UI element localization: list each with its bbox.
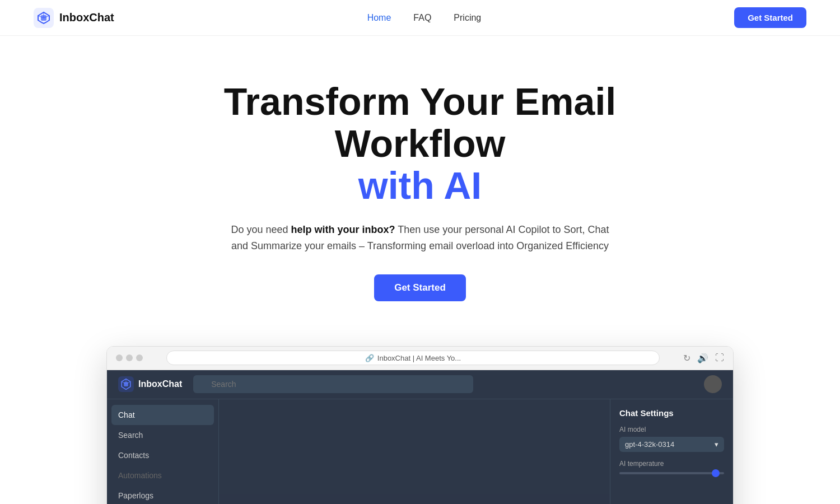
- hero-title: Transform Your Email Workflow with AI: [168, 81, 672, 206]
- hero-get-started-button[interactable]: Get Started: [374, 274, 466, 301]
- how-section-overlay: How InboxChat works? View Demo: [219, 494, 610, 504]
- nav-home[interactable]: Home: [367, 13, 391, 23]
- app-main: How InboxChat works? View Demo: [219, 399, 610, 504]
- audio-icon: 🔊: [697, 353, 708, 363]
- ai-temp-slider-wrap: [619, 472, 724, 474]
- settings-title: Chat Settings: [619, 408, 724, 418]
- sidebar-item-automations: Automations: [107, 465, 218, 486]
- nav-faq[interactable]: FAQ: [413, 13, 431, 23]
- ai-model-value: gpt-4-32k-0314: [625, 440, 674, 449]
- browser-dots: [116, 354, 143, 361]
- app-logo-text: InboxChat: [138, 379, 182, 389]
- nav-get-started-button[interactable]: Get Started: [734, 7, 806, 28]
- hero-cta-area: Get Started: [11, 274, 829, 301]
- avatar: [704, 375, 722, 393]
- svg-rect-1: [41, 15, 46, 21]
- ai-model-select[interactable]: gpt-4-32k-0314 ▾: [619, 437, 724, 452]
- app-body: Chat Search Contacts Automations Paperlo…: [107, 399, 733, 504]
- sidebar-item-paperlogs[interactable]: Paperlogs: [107, 486, 218, 504]
- browser-frame: 🔗 InboxChat | AI Meets Yo... ↻ 🔊 ⛶ Inbox…: [106, 346, 734, 504]
- hero-subtitle-bold: help with your inbox?: [291, 224, 395, 235]
- sidebar-item-chat[interactable]: Chat: [111, 405, 214, 425]
- logo-text: InboxChat: [59, 11, 114, 24]
- fullscreen-icon[interactable]: ⛶: [715, 353, 724, 363]
- logo-icon: [34, 8, 54, 28]
- browser-actions: ↻ 🔊 ⛶: [683, 353, 724, 363]
- ai-model-label: AI model: [619, 426, 724, 433]
- hero-subtitle-prefix: Do you need: [231, 224, 291, 235]
- dot-green: [136, 354, 143, 361]
- dot-yellow: [126, 354, 133, 361]
- nav-pricing[interactable]: Pricing: [454, 13, 481, 23]
- hero-subtitle: Do you need help with your inbox? Then u…: [230, 222, 610, 254]
- nav-links: Home FAQ Pricing: [367, 13, 482, 23]
- app-search-input[interactable]: [193, 375, 473, 393]
- chevron-down-icon: ▾: [715, 440, 718, 449]
- hero-title-line2: with AI: [358, 164, 482, 207]
- app-search-wrap: 🔍: [193, 375, 473, 393]
- navigation: InboxChat Home FAQ Pricing Get Started: [0, 0, 840, 36]
- slider-thumb: [712, 469, 720, 477]
- hero-section: Transform Your Email Workflow with AI Do…: [0, 36, 840, 324]
- slider-track[interactable]: [619, 472, 724, 474]
- browser-url-bar[interactable]: 🔗 InboxChat | AI Meets Yo...: [166, 351, 660, 365]
- dot-red: [116, 354, 123, 361]
- app-logo-icon: [118, 376, 134, 392]
- browser-bar: 🔗 InboxChat | AI Meets Yo... ↻ 🔊 ⛶: [107, 347, 733, 370]
- link-icon: 🔗: [365, 354, 374, 362]
- svg-rect-3: [124, 382, 128, 387]
- sidebar-item-contacts[interactable]: Contacts: [107, 445, 218, 465]
- app-sidebar: Chat Search Contacts Automations Paperlo…: [107, 399, 219, 504]
- logo-link[interactable]: InboxChat: [34, 8, 114, 28]
- hero-title-line1: Transform Your Email Workflow: [224, 80, 616, 165]
- app-settings-panel: Chat Settings AI model gpt-4-32k-0314 ▾ …: [610, 399, 733, 504]
- app-header: InboxChat 🔍: [107, 370, 733, 399]
- sidebar-item-search[interactable]: Search: [107, 425, 218, 445]
- ai-temp-label: AI temperature: [619, 460, 724, 468]
- browser-url-text: InboxChat | AI Meets Yo...: [377, 354, 461, 362]
- app-logo: InboxChat: [118, 376, 182, 392]
- browser-mockup: 🔗 InboxChat | AI Meets Yo... ↻ 🔊 ⛶ Inbox…: [95, 346, 745, 504]
- reload-icon[interactable]: ↻: [683, 353, 690, 363]
